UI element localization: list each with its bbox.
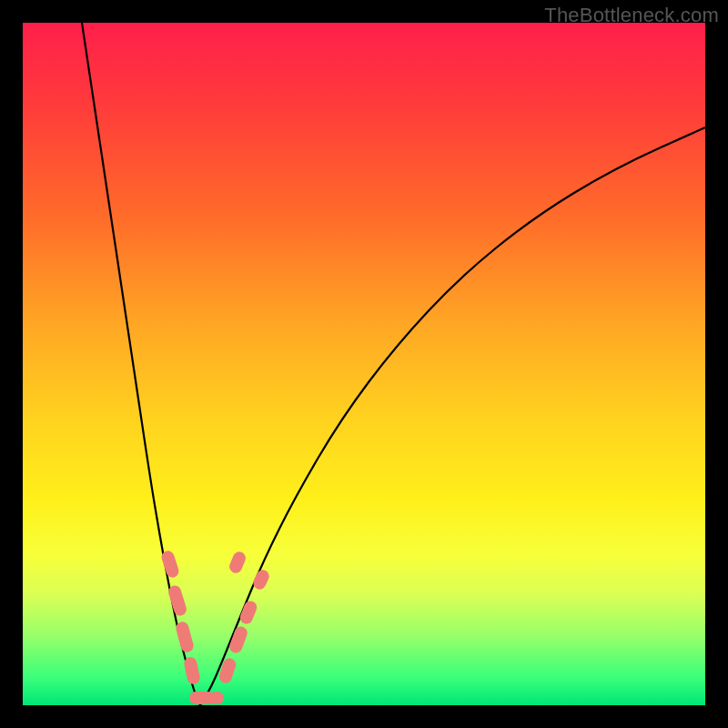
data-marker — [175, 621, 195, 653]
data-marker — [217, 657, 238, 685]
data-marker — [160, 550, 181, 580]
data-marker — [209, 692, 224, 704]
marker-layer — [160, 550, 271, 704]
data-marker — [167, 584, 187, 618]
curve-overlay — [23, 23, 705, 705]
data-marker — [228, 550, 248, 574]
data-marker — [251, 568, 271, 592]
data-marker — [183, 656, 201, 685]
right-branch-curve — [200, 127, 705, 705]
